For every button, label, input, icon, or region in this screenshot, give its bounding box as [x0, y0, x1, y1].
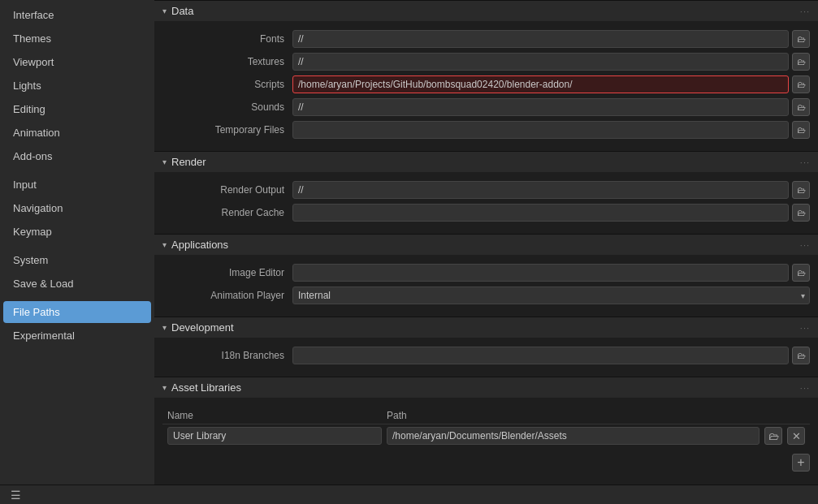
section-data-dots: ···	[800, 6, 810, 16]
render-output-input[interactable]	[292, 181, 789, 199]
scripts-input[interactable]	[292, 75, 789, 93]
field-row-i18n: I18n Branches 🗁	[154, 344, 818, 367]
field-row-image-editor: Image Editor 🗁	[154, 261, 818, 284]
section-data-title: Data	[171, 5, 193, 17]
chevron-down-icon-assets: ▾	[162, 383, 167, 392]
section-data-body: Fonts🗁Textures🗁Scripts🗁Sounds🗁Temporary …	[154, 21, 818, 151]
sidebar-item-system[interactable]: System	[3, 249, 151, 271]
section-development-dots: ···	[800, 323, 810, 333]
field-row-textures: Textures🗁	[154, 50, 818, 73]
section-applications: ▾ Applications ··· Image Editor 🗁 Animat…	[154, 234, 818, 317]
section-applications-body: Image Editor 🗁 Animation Player Internal…	[154, 255, 818, 317]
section-development-body: I18n Branches 🗁	[154, 338, 818, 377]
field-row-sounds: Sounds🗁	[154, 96, 818, 118]
asset-folder-btn-0[interactable]: 🗁	[764, 427, 782, 445]
sidebar-item-save-load[interactable]: Save & Load	[3, 273, 151, 295]
sidebar-item-experimental[interactable]: Experimental	[3, 325, 151, 347]
i18n-folder-btn[interactable]: 🗁	[792, 347, 810, 364]
asset-table-header: Name Path	[162, 407, 810, 424]
sidebar-item-input[interactable]: Input	[3, 174, 151, 196]
render-cache-input[interactable]	[292, 204, 789, 222]
animation-player-label: Animation Player	[162, 290, 292, 301]
chevron-down-icon: ▾	[162, 6, 167, 15]
section-applications-header[interactable]: ▾ Applications ···	[154, 234, 818, 255]
sounds-folder-btn[interactable]: 🗁	[792, 98, 810, 116]
section-data-header[interactable]: ▾ Data ···	[154, 0, 818, 21]
render-output-label: Render Output	[162, 184, 292, 196]
sidebar-item-file-paths[interactable]: File Paths	[3, 301, 151, 323]
i18n-input[interactable]	[292, 347, 789, 364]
temp-files-input[interactable]	[292, 121, 789, 139]
chevron-down-icon-dev: ▾	[162, 323, 167, 332]
sidebar-item-animation[interactable]: Animation	[3, 122, 151, 144]
sidebar-item-interface[interactable]: Interface	[3, 4, 151, 26]
sidebar-item-addons[interactable]: Add-ons	[3, 145, 151, 167]
section-asset-libraries-title: Asset Libraries	[171, 381, 241, 394]
field-row-render-output: Render Output🗁	[154, 179, 818, 201]
section-applications-dots: ···	[800, 240, 810, 250]
sidebar-item-editing[interactable]: Editing	[3, 98, 151, 120]
asset-name-input-0[interactable]	[167, 427, 382, 445]
temp-files-label: Temporary Files	[162, 124, 292, 136]
temp-files-folder-btn[interactable]: 🗁	[792, 121, 810, 139]
render-cache-label: Render Cache	[162, 207, 292, 218]
section-render-dots: ···	[800, 157, 810, 167]
render-cache-folder-btn[interactable]: 🗁	[792, 204, 810, 222]
fonts-folder-btn[interactable]: 🗁	[792, 30, 810, 48]
textures-input[interactable]	[292, 53, 789, 71]
scripts-label: Scripts	[162, 79, 292, 90]
sounds-label: Sounds	[162, 101, 292, 113]
image-editor-input[interactable]	[292, 264, 789, 282]
section-render-header[interactable]: ▾ Render ···	[154, 151, 818, 172]
section-data: ▾ Data ··· Fonts🗁Textures🗁Scripts🗁Sounds…	[154, 0, 818, 151]
main-content: ▾ Data ··· Fonts🗁Textures🗁Scripts🗁Sounds…	[154, 0, 818, 485]
asset-table: Name Path 🗁 ✕	[162, 407, 810, 447]
asset-col-name-header: Name	[167, 410, 387, 421]
section-development-title: Development	[171, 321, 234, 334]
field-row-animation-player: Animation Player InternalDJVVLCBlenderCu…	[154, 284, 818, 307]
sounds-input[interactable]	[292, 98, 789, 116]
field-row-temp-files: Temporary Files🗁	[154, 118, 818, 141]
sidebar-item-keymap[interactable]: Keymap	[3, 221, 151, 243]
image-editor-folder-btn[interactable]: 🗁	[792, 264, 810, 282]
asset-path-input-0[interactable]	[387, 427, 760, 445]
sidebar-item-themes[interactable]: Themes	[3, 28, 151, 50]
field-row-render-cache: Render Cache🗁	[154, 201, 818, 224]
animation-player-select[interactable]: InternalDJVVLCBlenderCustom	[292, 286, 810, 304]
chevron-down-icon-apps: ▾	[162, 240, 167, 249]
hamburger-menu-btn[interactable]: ☰	[6, 486, 24, 504]
section-development-header[interactable]: ▾ Development ···	[154, 317, 818, 338]
sidebar-item-viewport[interactable]: Viewport	[3, 51, 151, 73]
i18n-label: I18n Branches	[162, 350, 292, 361]
field-row-fonts: Fonts🗁	[154, 28, 818, 50]
section-asset-libraries-header[interactable]: ▾ Asset Libraries ···	[154, 377, 818, 398]
image-editor-label: Image Editor	[162, 267, 292, 278]
section-render-title: Render	[171, 156, 206, 168]
textures-folder-btn[interactable]: 🗁	[792, 53, 810, 71]
add-asset-library-btn[interactable]: +	[792, 454, 810, 472]
fonts-label: Fonts	[162, 33, 292, 45]
sidebar-item-navigation[interactable]: Navigation	[3, 197, 151, 219]
section-applications-title: Applications	[171, 239, 228, 251]
sidebar: InterfaceThemesViewportLightsEditingAnim…	[0, 0, 154, 485]
section-asset-libraries-dots: ···	[800, 383, 810, 393]
add-btn-row: +	[154, 450, 818, 475]
sidebar-item-lights[interactable]: Lights	[3, 75, 151, 97]
asset-col-path-header: Path	[387, 410, 805, 421]
section-render-body: Render Output🗁Render Cache🗁	[154, 172, 818, 234]
textures-label: Textures	[162, 56, 292, 67]
section-development: ▾ Development ··· I18n Branches 🗁	[154, 317, 818, 377]
asset-remove-btn-0[interactable]: ✕	[787, 427, 805, 445]
fonts-input[interactable]	[292, 30, 789, 48]
field-row-scripts: Scripts🗁	[154, 73, 818, 96]
chevron-down-icon-render: ▾	[162, 157, 167, 166]
section-asset-libraries-body: Name Path 🗁 ✕ +	[154, 398, 818, 485]
section-asset-libraries: ▾ Asset Libraries ··· Name Path 🗁 ✕	[154, 377, 818, 485]
bottom-bar: ☰	[0, 485, 818, 504]
render-output-folder-btn[interactable]: 🗁	[792, 181, 810, 199]
section-render: ▾ Render ··· Render Output🗁Render Cache🗁	[154, 151, 818, 234]
asset-row-0: 🗁 ✕	[162, 424, 810, 447]
scripts-folder-btn[interactable]: 🗁	[792, 75, 810, 93]
